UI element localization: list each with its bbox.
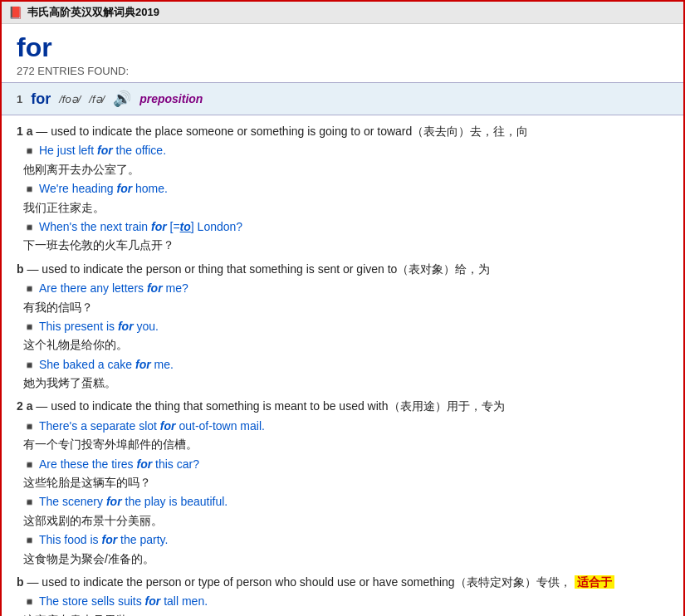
title-bar: 📕 韦氏高阶英汉双解词典2019 xyxy=(2,2,683,24)
example-item: ◾ There's a separate slot for out-of-tow… xyxy=(23,417,668,435)
example-item: ◾ We're heading for home. xyxy=(23,179,668,198)
keyword: for xyxy=(106,495,122,508)
def-line-2a: 2 a — used to indicate the thing that so… xyxy=(17,397,668,415)
example-item: ◾ The store sells suits for tall men. xyxy=(23,592,668,610)
example-en: This present is for you. xyxy=(39,317,159,335)
definition-2b: b — used to indicate the person or type … xyxy=(17,573,668,616)
cn-translation: 她为我烤了蛋糕。 xyxy=(23,374,668,392)
definition-1b: b — used to indicate the person or thing… xyxy=(17,260,668,393)
definition-1a: 1 a — used to indicate the place someone… xyxy=(17,122,668,255)
part-of-speech: preposition xyxy=(139,92,203,105)
cn-translation: 我们正往家走。 xyxy=(23,198,668,217)
keyword: for xyxy=(97,144,113,157)
cn-translation: 这个礼物是给你的。 xyxy=(23,335,668,354)
definition-2a: 2 a — used to indicate the thing that so… xyxy=(17,397,668,568)
def-text-1b: — used to indicate the person or thing t… xyxy=(27,262,490,276)
phonetic1: /foə/ xyxy=(59,93,81,105)
def-line-2b: b — used to indicate the person or type … xyxy=(17,573,668,591)
cn-translation: 有我的信吗？ xyxy=(23,298,668,316)
example-item: ◾ When's the next train for [=to] London… xyxy=(23,218,668,236)
keyword: for xyxy=(145,594,161,608)
example-item: ◾ This food is for the party. xyxy=(23,530,668,549)
cn-translation: 这食物是为聚会/准备的。 xyxy=(23,550,668,568)
example-en: There's a separate slot for out-of-town … xyxy=(39,417,265,435)
entry-word: for xyxy=(31,90,51,108)
bullet-icon: ◾ xyxy=(23,144,36,159)
example-en: When's the next train for [=to] London? xyxy=(39,218,242,236)
bullet-icon: ◾ xyxy=(23,281,36,297)
example-en: We're heading for home. xyxy=(39,179,168,198)
keyword: for xyxy=(151,220,167,233)
bullet-icon: ◾ xyxy=(23,457,36,473)
book-icon: 📕 xyxy=(8,6,22,19)
keyword: for xyxy=(147,281,163,295)
example-en: Are there any letters for me? xyxy=(39,279,188,297)
example-item: ◾ Are these the tires for this car? xyxy=(23,455,668,473)
example-en: She baked a cake for me. xyxy=(39,355,174,374)
def-text-2a: — used to indicate the thing that someth… xyxy=(36,399,504,413)
def-text-2b: — used to indicate the person or type of… xyxy=(27,575,570,589)
keyword: for xyxy=(135,358,151,371)
cn-translation: 他刚离开去办公室了。 xyxy=(23,160,668,178)
app-title: 韦氏高阶英汉双解词典2019 xyxy=(27,5,159,20)
bullet-icon: ◾ xyxy=(23,495,36,511)
example-en: This food is for the party. xyxy=(39,530,168,549)
example-en: The scenery for the play is beautiful. xyxy=(39,492,228,511)
cn-translation: 这部戏剧的布景十分美丽。 xyxy=(23,511,668,530)
bullet-icon: ◾ xyxy=(23,358,36,374)
example-item: ◾ He just left for the office. xyxy=(23,141,668,159)
bracket-word: to xyxy=(180,220,191,233)
def-line-1a: 1 a — used to indicate the place someone… xyxy=(17,122,668,140)
def-label-1a: 1 a xyxy=(17,125,36,138)
keyword: for xyxy=(160,419,176,433)
keyword: for xyxy=(118,320,134,333)
speaker-icon[interactable]: 🔊 xyxy=(113,90,131,108)
bullet-icon: ◾ xyxy=(23,220,36,236)
bullet-icon: ◾ xyxy=(23,182,36,198)
example-item: ◾ The scenery for the play is beautiful. xyxy=(23,492,668,511)
def-label-2b: b xyxy=(17,575,27,589)
keyword: for xyxy=(137,457,153,471)
keyword: for xyxy=(101,533,117,546)
def-label-1b: b xyxy=(17,262,27,276)
example-en: The store sells suits for tall men. xyxy=(39,592,208,610)
bullet-icon: ◾ xyxy=(23,594,36,610)
def-line-1b: b — used to indicate the person or thing… xyxy=(17,260,668,278)
main-word: for xyxy=(2,24,683,65)
entries-count: 272 ENTRIES FOUND: xyxy=(2,65,683,82)
content-area: 1 a — used to indicate the place someone… xyxy=(2,119,683,616)
example-en: Are these the tires for this car? xyxy=(39,455,199,473)
keyword: for xyxy=(116,182,132,195)
example-item: ◾ Are there any letters for me? xyxy=(23,279,668,297)
example-item: ◾ This present is for you. xyxy=(23,317,668,335)
bullet-icon: ◾ xyxy=(23,533,36,549)
bullet-icon: ◾ xyxy=(23,419,36,435)
def-label-2a: 2 a xyxy=(17,399,36,413)
cn-translation: 有一个专门投寄外埠邮件的信槽。 xyxy=(23,435,668,453)
entry-number: 1 xyxy=(17,93,22,105)
def-text-1a: — used to indicate the place someone or … xyxy=(36,125,528,138)
bullet-icon: ◾ xyxy=(23,320,36,335)
example-item: ◾ She baked a cake for me. xyxy=(23,355,668,374)
example-en: He just left for the office. xyxy=(39,141,166,159)
highlight-badge: 适合于 xyxy=(575,575,614,589)
cn-translation: 这些轮胎是这辆车的吗？ xyxy=(23,473,668,491)
phonetic2: /fə/ xyxy=(89,93,105,105)
cn-translation: 下一班去伦敦的火车几点开？ xyxy=(23,236,668,254)
cn-translation: 这家店专卖大号男装。 xyxy=(23,611,668,616)
entry-header: 1 for /foə/ /fə/ 🔊 preposition xyxy=(2,82,683,115)
